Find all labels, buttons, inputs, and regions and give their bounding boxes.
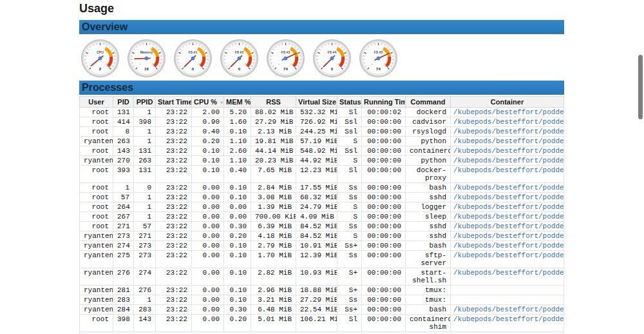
rss-cell: 19.81 MiB (251, 137, 296, 146)
ppid-cell: 283 (134, 305, 156, 315)
user-cell: ryanten+ (80, 156, 113, 166)
column-header-start-time[interactable]: Start Time (156, 97, 192, 108)
scrollbar-thumb[interactable] (638, 55, 643, 119)
gauge-dial: FS #3 0 100 74 (265, 37, 306, 78)
start-cell: 23:22 (156, 166, 192, 183)
column-header-cpu[interactable]: CPU %▼ (192, 97, 224, 108)
mem-cell: 1.60 (224, 117, 251, 127)
cpu-cell: 2.00 (192, 108, 224, 117)
vsize-cell: 24.79 MiB (296, 202, 337, 212)
pid-cell: 393 (113, 166, 134, 183)
vsize-cell: 22.54 MiB (296, 305, 337, 315)
column-header-ppid[interactable]: PPID (134, 97, 156, 108)
container-cell: /kubepods/besteffort/podded (451, 315, 564, 332)
running-cell: 00:00:00 (362, 251, 406, 268)
cpu-cell: 0.00 (192, 241, 224, 251)
command-cell: sshd (406, 193, 451, 202)
column-header-pid[interactable]: PID (113, 97, 134, 108)
svg-text:FS #2: FS #2 (235, 50, 244, 54)
container-cell: /kubepods/besteffort/podded (451, 127, 564, 137)
pid-cell: 264 (113, 202, 134, 212)
section-header-processes: Processes (79, 81, 564, 95)
column-header-container[interactable]: Container (451, 97, 564, 108)
command-cell: bash (406, 305, 451, 315)
container-cell: /kubepods/besteffort/podded (451, 268, 564, 286)
rss-cell: 5.01 MiB (251, 315, 296, 332)
table-row: root39814323:220.000.205.01 MiB106.21 Mi… (80, 315, 564, 332)
rss-cell: 2.82 MiB (251, 268, 296, 286)
mem-cell: 0.00 (224, 212, 251, 222)
gauge-fs-3: FS #3 0 100 74 (265, 37, 306, 78)
status-cell: Sl (337, 108, 362, 117)
gauge-dial: Memory 0 100 16 (126, 37, 167, 78)
container-link[interactable]: /kubepods/besteffort/podded (453, 118, 564, 126)
status-cell: Ss (337, 295, 362, 305)
status-cell: S (337, 231, 362, 241)
container-link[interactable]: /kubepods/besteffort/podded (453, 157, 564, 164)
start-cell: 23:22 (156, 222, 192, 231)
status-cell: S (337, 137, 362, 146)
start-cell: 23:22 (156, 146, 192, 156)
container-link[interactable]: /kubepods/besteffort/podded (453, 147, 564, 155)
container-link[interactable]: /kubepods/besteffort/podded (453, 213, 564, 221)
column-header-user[interactable]: User (80, 97, 113, 108)
column-header-status[interactable]: Status (337, 97, 362, 108)
gauge-cpu: CPU 0 100 2 (80, 37, 120, 78)
mem-cell: 5.20 (224, 108, 251, 117)
container-cell: /kubepods/besteffort/podded (451, 241, 564, 251)
ppid-cell: 273 (134, 241, 156, 251)
svg-text:74: 74 (283, 66, 288, 71)
running-cell: 00:00:00 (362, 315, 406, 332)
column-header-rss[interactable]: RSS (251, 97, 296, 108)
vsize-cell: 726.92 MiB (296, 117, 337, 127)
pid-cell: 398 (113, 315, 134, 332)
user-cell: root (80, 202, 113, 212)
pid-cell: 267 (113, 212, 134, 222)
rss-cell: 27.29 MiB (251, 117, 296, 127)
table-row: ryanten+27026323:220.101.1020.23 MiB44.9… (80, 156, 564, 166)
column-header-mem[interactable]: MEM % (224, 97, 251, 108)
status-cell: Sl (337, 315, 362, 332)
user-cell: root (80, 146, 113, 156)
container-cell: /kubepods/besteffort/podded (451, 212, 564, 222)
rss-cell: 88.02 MiB (251, 108, 296, 117)
container-cell: /kubepods/besteffort/podded (451, 183, 564, 193)
start-cell: 23:22 (156, 295, 192, 305)
column-header-command[interactable]: Command (406, 97, 451, 108)
pid-cell: 273 (113, 231, 134, 241)
container-link[interactable]: /kubepods/besteffort/podded (453, 222, 564, 230)
container-link[interactable]: /kubepods/besteffort/podded (453, 203, 564, 211)
container-link[interactable]: /kubepods/besteffort/podded (453, 269, 564, 277)
vsize-cell: 4.09 MiB (296, 212, 337, 222)
container-link[interactable]: /kubepods/besteffort/podded (453, 193, 564, 201)
container-link[interactable]: /kubepods/besteffort/podded (453, 242, 564, 250)
container-cell: /kubepods/besteffort/podded (451, 222, 564, 231)
container-cell (451, 286, 564, 295)
container-cell: /kubepods/besteffort/podded (451, 231, 564, 241)
container-link[interactable]: /kubepods/besteffort/podded (453, 128, 564, 135)
running-cell: 00:00:00 (362, 305, 406, 315)
container-link[interactable]: /kubepods/besteffort/podded (453, 232, 564, 240)
container-link[interactable]: /kubepods/besteffort/podded (453, 184, 564, 192)
start-cell: 23:22 (156, 231, 192, 241)
running-cell: 00:00:00 (362, 231, 406, 241)
running-cell: 00:00:00 (362, 137, 406, 146)
status-cell: S+ (337, 286, 362, 295)
running-cell: 00:00:00 (362, 156, 406, 166)
mem-cell: 0.20 (224, 231, 251, 241)
container-link[interactable]: /kubepods/besteffort/podded (453, 108, 564, 116)
page-title: Usage (79, 0, 564, 15)
container-link[interactable]: /kubepods/besteffort/podded (453, 315, 564, 323)
vsize-cell: 27.29 MiB (296, 295, 337, 305)
container-link[interactable]: /kubepods/besteffort/podded (453, 306, 564, 313)
container-link[interactable]: /kubepods/besteffort/podded (453, 251, 564, 259)
column-header-running-time[interactable]: Running Time (362, 97, 406, 108)
container-link[interactable]: /kubepods/besteffort/podded (453, 166, 564, 174)
column-header-virtual-size[interactable]: Virtual Size (296, 97, 337, 108)
mem-cell: 0.40 (224, 166, 251, 183)
rss-cell: 1.39 MiB (251, 202, 296, 212)
status-cell: Ss (337, 193, 362, 202)
container-link[interactable]: /kubepods/besteffort/podded (453, 137, 564, 145)
pid-cell: 274 (113, 241, 134, 251)
running-cell: 00:00:00 (362, 241, 406, 251)
